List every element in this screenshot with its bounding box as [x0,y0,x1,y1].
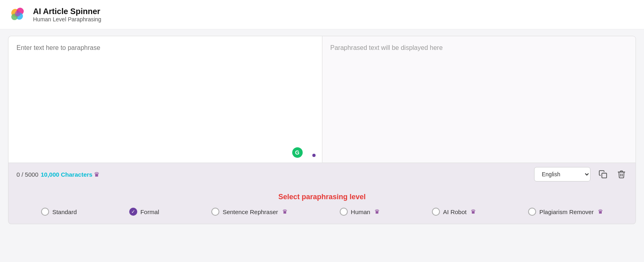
level-ai-robot[interactable]: AI Robot ♛ [432,208,476,216]
plagiarism-crown-icon: ♛ [598,208,603,215]
level-plagiarism-label: Plagiarism Remover [539,208,594,215]
main-content: G Paraphrased text will be displayed her… [0,29,644,224]
radio-sentence-icon [211,208,219,216]
language-select[interactable]: English Spanish French German Italian Po… [534,167,590,182]
level-human-label: Human [351,208,370,215]
level-formal[interactable]: ✓ Formal [129,208,159,216]
right-controls: English Spanish French German Italian Po… [534,167,627,182]
level-formal-label: Formal [140,208,159,215]
delete-button[interactable] [615,168,627,180]
app-header: AI Article Spinner Human Level Paraphras… [0,0,644,29]
app-subtitle: Human Level Paraphrasing [33,16,101,23]
bottom-bar: 0 / 5000 10,000 Characters ♛ English Spa… [8,163,636,186]
svg-rect-5 [602,173,607,178]
level-title: Select paraphrasing level [17,193,627,201]
ai-robot-crown-icon: ♛ [471,208,476,215]
input-panel: G [8,36,322,163]
sentence-crown-icon: ♛ [282,208,287,215]
radio-formal-icon: ✓ [129,208,137,216]
app-title: AI Article Spinner [33,6,101,16]
level-section: Select paraphrasing level Standard ✓ For… [8,186,636,224]
radio-group: Standard ✓ Formal Sentence Rephraser ♛ H… [17,208,627,216]
text-panels: G Paraphrased text will be displayed her… [8,36,636,163]
output-text: Paraphrased text will be displayed here [322,36,636,161]
level-standard-label: Standard [52,208,77,215]
level-standard[interactable]: Standard [41,208,77,216]
copy-button[interactable] [597,168,609,180]
level-sentence-label: Sentence Rephraser [223,208,278,215]
radio-standard-icon [41,208,49,216]
char-max: 5000 [25,171,38,178]
radio-plagiarism-icon [528,208,536,216]
level-sentence-rephraser[interactable]: Sentence Rephraser ♛ [211,208,287,216]
level-human[interactable]: Human ♛ [340,208,380,216]
output-panel: Paraphrased text will be displayed here [322,36,636,163]
grammarly-button[interactable]: G [292,147,303,158]
char-current: 0 [17,171,20,178]
human-crown-icon: ♛ [374,208,380,215]
app-logo [8,5,27,24]
radio-ai-robot-icon [432,208,440,216]
svg-point-4 [15,11,21,17]
char-count: 0 / 5000 [17,171,38,178]
dot-indicator [312,154,316,157]
level-ai-robot-label: AI Robot [443,208,466,215]
char-separator: / [22,171,25,178]
upgrade-crown-icon: ♛ [94,171,99,178]
radio-human-icon [340,208,348,216]
header-text: AI Article Spinner Human Level Paraphras… [33,6,101,23]
level-plagiarism-remover[interactable]: Plagiarism Remover ♛ [528,208,603,216]
paraphrase-input[interactable] [8,36,322,161]
upgrade-link[interactable]: 10,000 Characters [41,171,92,178]
